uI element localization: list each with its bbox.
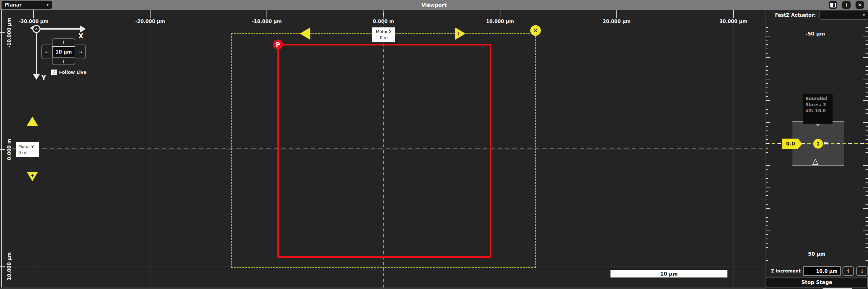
fastz-ruler-tick-left	[766, 195, 768, 196]
bounded-bottom-handle[interactable]: △	[812, 157, 818, 166]
fastz-ruler-tick-left	[766, 238, 768, 239]
fastz-ruler-tick-left	[766, 217, 768, 218]
fastz-ruler-tick-left	[766, 165, 770, 166]
left-ruler-tick	[0, 32, 5, 33]
close-window-button[interactable]: ✕	[856, 1, 864, 9]
x-axis-label: X	[79, 32, 83, 40]
fastz-ruler-tick-left	[766, 213, 768, 213]
fastz-ruler-tick-right	[866, 31, 868, 32]
fastz-ruler-tick-left	[766, 40, 768, 40]
stop-stage-button[interactable]: Stop Stage	[766, 277, 868, 287]
stage-origin-rotate-icon[interactable]: ✕	[32, 25, 40, 33]
jog-down-button[interactable]: ↓	[52, 57, 75, 65]
left-arrow-icon: ←	[45, 50, 49, 55]
fastz-ruler-tick-right	[863, 187, 868, 187]
jog-right-button[interactable]: →	[75, 45, 86, 59]
motor-y-jog-plus-handle[interactable]: +	[27, 172, 38, 181]
z-position-value: 0.0	[786, 141, 795, 147]
follow-live-checkbox[interactable]: ✓	[51, 69, 57, 75]
chevron-down-icon: ▼	[863, 13, 865, 17]
z-range-top-label: -50 µm	[805, 31, 825, 37]
dock-window-button[interactable]	[829, 1, 837, 9]
roi-origin-marker[interactable]: P	[273, 39, 283, 50]
minus-glyph: −	[305, 31, 309, 37]
tooltip-line-3: dZ: 10.0	[805, 108, 830, 114]
roi-marker-label: P	[276, 41, 280, 48]
add-window-button[interactable]: +	[842, 1, 850, 9]
top-ruler-label: -20.000 µm	[135, 19, 165, 24]
fastz-ruler-tick-left	[766, 122, 770, 123]
fastz-ruler-tick-right	[866, 152, 868, 153]
fastz-actuator-dropdown[interactable]: ▼	[819, 10, 868, 20]
scale-bar-label: 10 µm	[660, 271, 678, 277]
left-ruler-tick	[0, 149, 5, 150]
fastz-ruler-tick-right	[866, 217, 868, 218]
fastz-ruler-tick-left	[766, 57, 770, 58]
plus-glyph: +	[457, 31, 461, 37]
y-axis-label: Y	[41, 74, 46, 82]
jog-left-button[interactable]: ←	[41, 45, 53, 59]
fastz-ruler-tick-right	[866, 191, 868, 192]
fastz-ruler-tick-left	[766, 182, 768, 183]
motor-y-value: 0 m	[18, 150, 26, 156]
top-ruler-label: 10.000 µm	[486, 19, 514, 24]
fastz-ruler-tick-right	[866, 174, 868, 174]
fastz-ruler-tick-left	[766, 135, 768, 136]
fastz-ruler-tick-left	[766, 83, 768, 84]
fastz-ruler-tick-left	[766, 113, 768, 114]
minus-glyph: −	[30, 120, 34, 126]
fastz-ruler-tick-right	[866, 200, 868, 200]
z-drag-handle[interactable]: ↕	[813, 139, 823, 149]
motor-y-position-box: Motor Y 0 m	[16, 142, 39, 157]
z-increment-label: Z Increment	[771, 268, 801, 273]
fastz-ruler-tick-right	[866, 161, 868, 161]
fastz-ruler-tick-right	[866, 105, 868, 105]
fastz-ruler-tick-right	[866, 118, 868, 118]
partially-visible-element	[823, 288, 852, 289]
left-ruler-label: 0.000 m	[6, 139, 12, 160]
fastz-ruler-tick-left	[766, 139, 768, 140]
fastz-ruler-tick-left	[766, 152, 768, 153]
fastz-ruler-tick-left	[766, 100, 770, 101]
fastz-ruler-tick-right	[866, 234, 868, 235]
z-increment-value: 10.0 µm	[816, 268, 838, 274]
fastz-ruler-tick-left	[766, 230, 770, 230]
fastz-ruler-tick-left	[766, 31, 768, 32]
view-mode-dropdown[interactable]: Planar ▼	[2, 1, 52, 9]
selection-corner-handle[interactable]: ✕	[530, 25, 541, 36]
motor-y-jog-minus-handle[interactable]: −	[27, 116, 38, 126]
roi-rectangle[interactable]	[277, 44, 491, 258]
fastz-ruler-tick-left	[766, 79, 770, 79]
close-icon: ✕	[858, 2, 862, 8]
fastz-ruler-tick-right	[866, 204, 868, 205]
fastz-ruler-tick-right	[866, 226, 868, 226]
fastz-ruler-tick-right	[866, 92, 868, 92]
fastz-ruler-tick-right	[866, 182, 868, 183]
plus-glyph: +	[30, 172, 34, 178]
fastz-ruler-tick-right	[866, 109, 868, 110]
fastz-ruler-tick-right	[863, 57, 868, 58]
fastz-ruler-tick-left	[766, 66, 768, 67]
z-increment-down-button[interactable]: ↓	[856, 266, 868, 276]
fastz-ruler-tick-right	[866, 131, 868, 131]
fastz-ruler-tick-left	[766, 174, 768, 174]
z-increment-input[interactable]: 10.0 µm	[803, 266, 841, 276]
down-arrow-icon: ↓	[62, 59, 66, 64]
motor-y-name: Motor Y	[18, 144, 34, 150]
fastz-ruler-tick-right	[866, 66, 868, 67]
fastz-ruler-tick-right	[866, 256, 868, 256]
fastz-ruler-tick-left	[766, 226, 768, 226]
fastz-ruler-tick-right	[866, 27, 868, 28]
fastz-ruler-tick-right	[866, 126, 868, 127]
z-increment-up-button[interactable]: ↑	[842, 266, 854, 276]
window-title: Viewport	[0, 0, 868, 10]
jog-up-button[interactable]: ↑	[52, 38, 75, 47]
fastz-ruler-tick-left	[766, 75, 768, 75]
fastz-ruler-tick-right	[866, 40, 868, 40]
z-unit-partial-label: m	[824, 141, 828, 145]
fastz-ruler-tick-right	[866, 157, 868, 157]
bottom-edge-band	[0, 287, 765, 289]
origin-x-glyph: ✕	[35, 27, 38, 31]
fastz-ruler-tick-left	[766, 27, 768, 28]
jog-step-size-field[interactable]: 10 µm	[52, 46, 75, 58]
